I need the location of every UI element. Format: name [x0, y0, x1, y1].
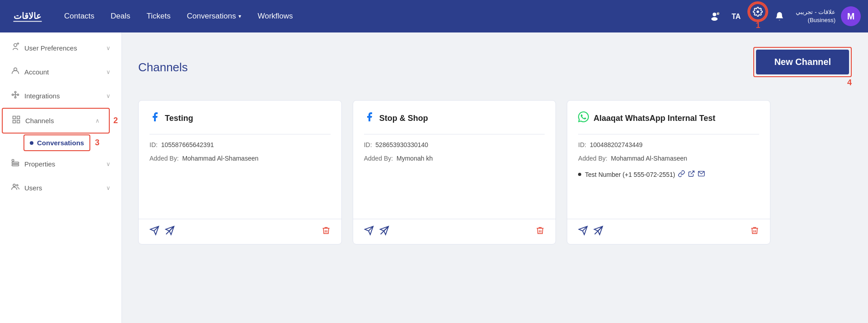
- svg-point-16: [14, 97, 16, 98]
- channel-card-stopshop: Stop & Shop ID: 528653930330140 Added By…: [353, 100, 556, 245]
- page-title: Channels: [138, 60, 188, 74]
- test-number-label: Test Number (+1 555-072-2551): [585, 171, 675, 178]
- sidebar-label-properties: Properties: [24, 160, 102, 168]
- sidebar-item-user-preferences[interactable]: User Preferences ∨: [2, 36, 120, 60]
- properties-icon: [11, 158, 20, 170]
- svg-point-3: [711, 17, 718, 21]
- svg-rect-17: [13, 116, 16, 119]
- nav-tickets[interactable]: Tickets: [140, 8, 178, 24]
- nav-bell-icon[interactable]: [770, 7, 789, 25]
- channel-card-testing: Testing ID: 105587665642391 Added By: Mo…: [138, 100, 342, 245]
- card-body-stopshop: Stop & Shop ID: 528653930330140 Added By…: [353, 101, 556, 219]
- channels-grid: Testing ID: 105587665642391 Added By: Mo…: [138, 100, 770, 245]
- svg-rect-23: [12, 164, 19, 166]
- svg-point-24: [13, 184, 15, 186]
- send-email-icon-whatsapp[interactable]: [578, 226, 588, 238]
- logo[interactable]: عالاقات: [7, 5, 48, 28]
- top-navigation: عالاقات Contacts Deals Tickets Conversat…: [0, 0, 868, 32]
- nav-settings-icon[interactable]: [749, 3, 767, 21]
- card-footer-whatsapp: [567, 219, 770, 244]
- card-id-stopshop: ID: 528653930330140: [364, 140, 545, 150]
- sidebar-item-properties[interactable]: Properties ∨: [2, 152, 120, 176]
- card-footer-actions-stopshop: [364, 226, 389, 238]
- step1-label: 1: [756, 21, 760, 30]
- card-id-testing: ID: 105587665642391: [149, 140, 331, 150]
- sidebar-item-users[interactable]: Users ∨: [2, 176, 120, 200]
- sidebar-item-conversations[interactable]: Conversations: [23, 134, 90, 151]
- sidebar-label-user-preferences: User Preferences: [24, 44, 102, 52]
- link-icon[interactable]: [678, 170, 685, 179]
- svg-text:TA: TA: [732, 13, 741, 20]
- properties-caret: ∨: [106, 161, 111, 167]
- step4-label: 4: [847, 78, 852, 88]
- svg-point-7: [14, 44, 17, 47]
- svg-line-28: [691, 171, 694, 174]
- conversations-caret: ▾: [238, 13, 241, 19]
- step2-label: 2: [113, 116, 121, 125]
- nav-contacts[interactable]: Contacts: [57, 8, 102, 24]
- card-footer-actions-whatsapp: [578, 226, 603, 238]
- sidebar-item-account[interactable]: Account ∨: [2, 60, 120, 84]
- svg-point-13: [14, 92, 16, 93]
- integrations-caret: ∨: [106, 92, 111, 99]
- card-addedby-whatsapp: Added By: Mohammad Al-Shamaseen: [578, 153, 759, 163]
- new-channel-button-wrapper: New Channel: [753, 47, 852, 77]
- whatsapp-icon: [578, 111, 589, 125]
- delete-icon-stopshop[interactable]: [536, 226, 545, 237]
- sidebar-item-channels[interactable]: Channels ∧: [2, 108, 110, 134]
- channels-caret: ∧: [95, 117, 100, 124]
- card-title-testing: Testing: [165, 114, 193, 123]
- new-channel-button[interactable]: New Channel: [756, 50, 849, 74]
- block-email-icon-stopshop[interactable]: [379, 226, 389, 238]
- nav-avatar-icon[interactable]: A: [705, 7, 723, 25]
- send-email-icon-testing[interactable]: [149, 226, 159, 238]
- card-footer-stopshop: [353, 219, 556, 244]
- sidebar-item-integrations[interactable]: Integrations ∨: [2, 84, 120, 108]
- main-layout: User Preferences ∨ Account ∨ Integration…: [0, 32, 868, 323]
- sidebar-label-channels: Channels: [25, 117, 91, 125]
- svg-point-2: [713, 13, 716, 16]
- nav-workflows[interactable]: Workflows: [250, 8, 300, 24]
- nav-conversations[interactable]: Conversations ▾: [180, 8, 249, 24]
- sidebar-label-conversations: Conversations: [37, 139, 84, 147]
- channel-card-whatsapp: Alaaqat WhatsApp Internal Test ID: 10048…: [567, 100, 770, 245]
- card-id-whatsapp: ID: 100488202743449: [578, 140, 759, 150]
- facebook-icon-stopshop: [364, 111, 375, 125]
- card-title-row-whatsapp: Alaaqat WhatsApp Internal Test: [578, 111, 759, 125]
- svg-text:عالاقات: عالاقات: [14, 11, 41, 21]
- user-preferences-caret: ∨: [106, 45, 111, 51]
- topnav-right: A TA 1 علاقات - تجريبي (Business) M: [705, 3, 861, 30]
- facebook-icon-testing: [149, 111, 160, 125]
- user-avatar[interactable]: M: [841, 6, 861, 26]
- channels-icon: [12, 115, 21, 126]
- svg-point-25: [17, 185, 18, 186]
- svg-rect-22: [12, 162, 19, 163]
- conversations-dot: [30, 141, 33, 145]
- svg-rect-21: [12, 160, 14, 162]
- external-link-icon[interactable]: [688, 170, 695, 179]
- channels-submenu: Conversations 3: [0, 134, 121, 152]
- svg-rect-19: [13, 120, 16, 123]
- card-footer-testing: [139, 219, 341, 244]
- nav-links: Contacts Deals Tickets Conversations ▾ W…: [57, 8, 705, 24]
- integrations-icon: [11, 90, 20, 102]
- block-email-icon-testing[interactable]: [165, 226, 175, 238]
- nav-deals[interactable]: Deals: [103, 8, 137, 24]
- send-email-icon-stopshop[interactable]: [364, 226, 374, 238]
- users-icon: [11, 182, 20, 194]
- nav-translate-icon[interactable]: TA: [727, 7, 745, 25]
- block-email-icon-whatsapp[interactable]: [593, 226, 603, 238]
- card-title-whatsapp: Alaaqat WhatsApp Internal Test: [593, 114, 715, 123]
- delete-icon-testing[interactable]: [322, 226, 331, 237]
- card-body-testing: Testing ID: 105587665642391 Added By: Mo…: [139, 101, 341, 219]
- card-number-row-whatsapp: Test Number (+1 555-072-2551): [578, 170, 759, 179]
- card-title-stopshop: Stop & Shop: [379, 114, 428, 123]
- card-footer-actions-testing: [149, 226, 175, 238]
- sidebar-label-account: Account: [24, 68, 102, 76]
- account-name[interactable]: علاقات - تجريبي (Business): [796, 8, 835, 24]
- email-number-icon[interactable]: [698, 170, 705, 179]
- svg-point-11: [12, 94, 14, 95]
- delete-icon-whatsapp[interactable]: [750, 226, 759, 237]
- sidebar-label-integrations: Integrations: [24, 92, 102, 100]
- account-icon: [11, 66, 20, 78]
